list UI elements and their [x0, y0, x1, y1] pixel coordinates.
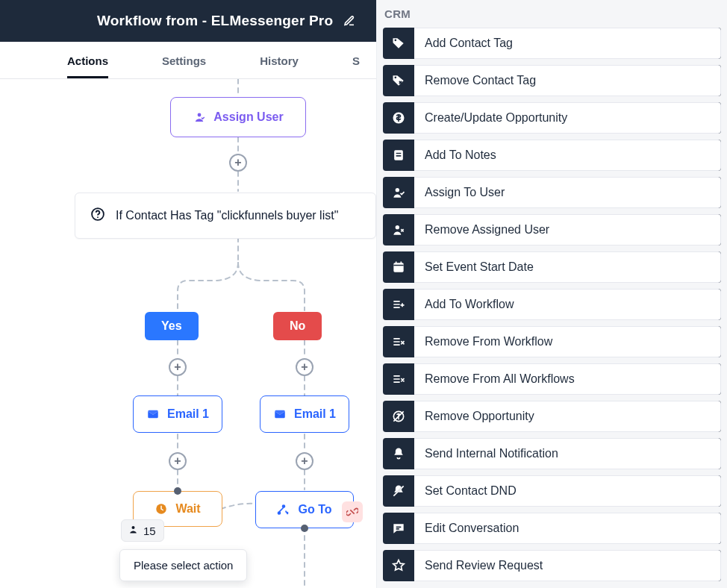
branch-no-label: No — [290, 319, 305, 333]
action-item-label: Create/Update Opportunity — [414, 102, 721, 134]
assign-user-icon — [193, 110, 206, 124]
add-step-button[interactable]: + — [229, 154, 247, 172]
action-item-label: Add Contact Tag — [414, 28, 721, 59]
workflow-canvas[interactable]: Assign User + If Contact Has Tag "clickf… — [0, 79, 376, 588]
email-node-label: Email 1 — [167, 407, 209, 421]
action-item[interactable]: Remove Contact Tag — [383, 65, 721, 96]
tag-x-icon — [383, 65, 414, 96]
user-check-icon — [383, 177, 414, 208]
action-item[interactable]: Create/Update Opportunity — [383, 102, 721, 134]
assign-user-label: Assign User — [213, 110, 283, 124]
mail-icon — [146, 407, 160, 421]
action-item[interactable]: Remove From Workflow — [383, 326, 721, 357]
note-icon — [383, 140, 414, 171]
tab-actions[interactable]: Actions — [67, 44, 108, 78]
action-item[interactable]: Add To Notes — [383, 140, 721, 171]
goto-node-label: Go To — [298, 503, 331, 516]
branch-no-pill[interactable]: No — [273, 312, 322, 340]
wait-count-chip[interactable]: 15 — [121, 519, 164, 542]
connector-dot — [174, 487, 181, 495]
action-item-label: Set Contact DND — [414, 475, 721, 507]
action-item[interactable]: Set Event Start Date — [383, 251, 721, 283]
svg-point-4 — [278, 512, 281, 514]
action-item-label: Edit Conversation — [414, 513, 721, 544]
action-item-label: Remove From Workflow — [414, 326, 721, 357]
action-item[interactable]: Remove Assigned User — [383, 214, 721, 245]
action-item[interactable]: Send Review Request — [383, 550, 721, 581]
list-x-icon — [383, 363, 414, 395]
wait-count-value: 15 — [143, 525, 156, 537]
actions-group-label: CRM — [377, 7, 727, 28]
actions-side-panel: CRM Add Contact TagRemove Contact TagCre… — [376, 0, 727, 588]
email-node[interactable]: Email 1 — [133, 395, 222, 433]
window-titlebar: Workflow from - ELMessenger Pro — [0, 0, 376, 42]
add-step-button[interactable]: + — [296, 452, 313, 470]
bell-icon — [383, 438, 414, 469]
action-item[interactable]: Assign To User — [383, 177, 721, 208]
action-item[interactable]: Add To Workflow — [383, 289, 721, 320]
bell-slash-icon — [383, 475, 414, 507]
workflow-title: Workflow from - ELMessenger Pro — [97, 13, 333, 29]
svg-point-5 — [283, 505, 285, 507]
star-icon — [383, 550, 414, 581]
list-x-icon — [383, 326, 414, 357]
tab-history[interactable]: History — [260, 44, 299, 78]
clock-icon — [155, 502, 168, 516]
tab-truncated[interactable]: S — [352, 44, 360, 78]
goto-node[interactable]: Go To — [255, 491, 354, 528]
action-item-label: Assign To User — [414, 177, 721, 208]
action-item-label: Add To Workflow — [414, 289, 721, 320]
select-action-tooltip: Please select action — [119, 549, 247, 581]
action-item[interactable]: Remove Opportunity — [383, 401, 721, 432]
list-plus-icon — [383, 289, 414, 320]
action-item-label: Send Review Request — [414, 550, 721, 581]
edit-title-icon[interactable] — [343, 15, 355, 27]
actions-list: Add Contact TagRemove Contact TagCreate/… — [377, 28, 727, 581]
tab-settings[interactable]: Settings — [162, 44, 206, 78]
branch-yes-label: Yes — [161, 319, 182, 333]
action-item[interactable]: Send Internal Notification — [383, 438, 721, 469]
action-item-label: Send Internal Notification — [414, 438, 721, 469]
svg-point-0 — [198, 113, 202, 117]
action-item[interactable]: Remove From All Workflows — [383, 363, 721, 395]
action-item[interactable]: Set Contact DND — [383, 475, 721, 507]
dollar-icon — [383, 102, 414, 134]
question-icon — [90, 207, 105, 225]
user-x-icon — [383, 214, 414, 245]
branch-yes-pill[interactable]: Yes — [145, 312, 199, 340]
action-item[interactable]: Edit Conversation — [383, 513, 721, 544]
action-item-label: Remove From All Workflows — [414, 363, 721, 395]
condition-node[interactable]: If Contact Has Tag "clickfunnels buyer l… — [75, 193, 376, 239]
action-item[interactable]: Add Contact Tag — [383, 28, 721, 59]
wait-node-label: Wait — [175, 502, 200, 516]
action-item-label: Remove Assigned User — [414, 214, 721, 245]
person-icon — [128, 524, 139, 537]
add-step-button[interactable]: + — [169, 452, 187, 470]
add-step-button[interactable]: + — [296, 358, 313, 376]
email-node-label: Email 1 — [294, 407, 336, 421]
unlink-button[interactable] — [342, 501, 363, 522]
condition-text: If Contact Has Tag "clickfunnels buyer l… — [116, 209, 338, 222]
chat-icon — [383, 513, 414, 544]
email-node[interactable]: Email 1 — [260, 395, 349, 433]
action-item-label: Set Event Start Date — [414, 251, 721, 283]
tooltip-text: Please select action — [134, 559, 233, 572]
tag-icon — [383, 28, 414, 59]
route-icon — [277, 503, 290, 516]
svg-point-6 — [132, 526, 135, 529]
svg-point-2 — [97, 216, 99, 218]
page-tabs: Actions Settings History S — [0, 42, 376, 79]
action-item-label: Remove Opportunity — [414, 401, 721, 432]
connector-dot — [301, 525, 308, 532]
dollar-slash-icon — [383, 401, 414, 432]
action-item-label: Remove Contact Tag — [414, 65, 721, 96]
add-step-button[interactable]: + — [169, 358, 187, 376]
action-item-label: Add To Notes — [414, 140, 721, 171]
mail-icon — [273, 407, 287, 421]
calendar-icon — [383, 251, 414, 283]
assign-user-node[interactable]: Assign User — [170, 97, 306, 137]
